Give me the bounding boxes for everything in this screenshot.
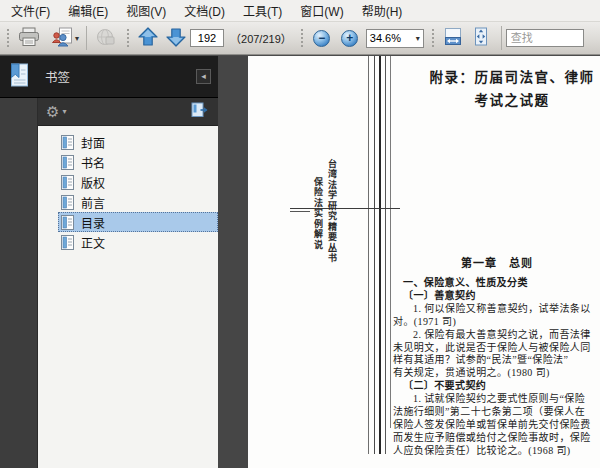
appendix-title: 附录：历届司法官、律师 考试之试题 [418, 66, 600, 112]
doc-text-line: 保险人签发保险单或暂保单前先交付保险费 [393, 419, 600, 432]
bookmarks-panel: 书签 ◂ ⚙ ▾ [0, 56, 218, 468]
bookmark-label: 封面 [81, 134, 105, 151]
goto-current-bookmark-button[interactable] [191, 102, 210, 122]
bookmark-item-preface[interactable]: 前言 [58, 192, 218, 212]
printer-icon [17, 27, 41, 50]
menu-tools[interactable]: 工具(T) [234, 0, 291, 22]
navigation-pane-strip[interactable] [0, 98, 38, 468]
print-button[interactable] [14, 25, 44, 51]
doc-text-line: 人应负保险责任）比较论之。(1968 司) [393, 445, 600, 458]
doc-text-line: 对。(1971 司) [393, 316, 600, 329]
doc-text-line: 一、保险意义、性质及分类 [393, 277, 600, 290]
toolbar-grip[interactable] [5, 27, 11, 49]
menu-file[interactable]: 文件(F) [2, 0, 59, 22]
page-count-label: （207/219） [230, 30, 292, 46]
registration-mark [290, 211, 310, 212]
zoom-level-value: 34.6% [370, 32, 401, 44]
bookmarks-panel-icon [7, 62, 31, 92]
menu-document[interactable]: 文档(D) [175, 0, 234, 22]
bookmark-item-toc[interactable]: 目录 [58, 212, 218, 232]
collaborate-button[interactable]: ▾ [48, 25, 82, 51]
bookmark-label: 前言 [81, 194, 105, 211]
bookmark-item-main-text[interactable]: 正文 [58, 232, 218, 252]
menu-window[interactable]: 窗口(W) [291, 0, 352, 22]
collaborate-icon [51, 27, 73, 50]
toolbar-grip[interactable] [430, 27, 436, 49]
document-page: 附录：历届司法官、律师 考试之试题 台湾法学研究精要丛书 保险法实例解说 第一章… [248, 56, 600, 468]
registration-mark [290, 208, 400, 209]
doc-text-line: 1. 试就保险契约之要式性原则与“保险 [393, 393, 600, 406]
bookmarks-panel-body: ⚙ ▾ [0, 98, 218, 468]
arrow-down-icon [165, 26, 187, 51]
fit-page-button[interactable] [467, 25, 495, 51]
doc-text-line: 样有其适用？试参酌“民法”暨“保险法” [393, 354, 600, 367]
appendix-title-line1: 附录：历届司法官、律师 [418, 66, 600, 89]
fit-width-icon [443, 27, 463, 49]
arrow-up-icon [137, 26, 159, 51]
doc-text-line: 〔一〕善意契约 [393, 290, 600, 303]
spine-book-title: 保险法实例解说 [312, 177, 325, 251]
bookmark-label: 版权 [81, 174, 105, 191]
page-number-input[interactable] [190, 29, 224, 47]
share-review-button [91, 25, 119, 51]
bookmark-label: 正文 [81, 234, 105, 251]
bookmark-list: 封面书名版权前言目录正文 [38, 126, 218, 468]
fit-width-button[interactable] [439, 25, 467, 51]
zoom-level-select[interactable]: 34.6% ▾ [366, 29, 424, 48]
search-input[interactable] [506, 29, 584, 47]
doc-text-line: 〔二〕不要式契约 [393, 380, 600, 393]
pdf-reader-window: 文件(F)编辑(E)视图(V)文档(D)工具(T)窗口(W)帮助(H) [0, 0, 600, 468]
bookmark-page-icon [61, 215, 74, 230]
page-fold-line [368, 56, 369, 454]
next-page-button[interactable] [162, 25, 190, 51]
spine-series-title: 台湾法学研究精要丛书 [326, 159, 339, 264]
bookmark-label: 书名 [81, 154, 105, 171]
page-fold-line [385, 56, 386, 454]
zoom-out-icon: − [313, 30, 330, 47]
globe-icon [94, 27, 116, 50]
page-fold-line [374, 56, 375, 454]
caret-down-icon: ▾ [62, 107, 66, 116]
bookmarks-pane: ⚙ ▾ [38, 98, 218, 468]
bookmark-item-cover[interactable]: 封面 [58, 132, 218, 152]
bookmark-label: 目录 [81, 214, 105, 231]
doc-body-text: 一、保险意义、性质及分类〔一〕善意契约1. 何以保险又称善意契约，试举法条以对。… [393, 277, 600, 458]
document-view[interactable]: 附录：历届司法官、律师 考试之试题 台湾法学研究精要丛书 保险法实例解说 第一章… [218, 56, 600, 468]
page-fold-line [390, 56, 391, 428]
menu-edit[interactable]: 编辑(E) [59, 0, 117, 22]
bookmark-page-icon [61, 195, 74, 210]
bookmark-item-copyright[interactable]: 版权 [58, 172, 218, 192]
toolbar-separator [86, 26, 87, 50]
fit-page-icon [471, 27, 491, 49]
collapse-panel-button[interactable]: ◂ [196, 69, 211, 84]
toolbar-grip[interactable] [125, 27, 131, 49]
doc-text-line: 1. 何以保险又称善意契约，试举法条以 [393, 303, 600, 316]
bookmarks-panel-title: 书签 [45, 67, 196, 86]
chapter-heading: 第一章 总则 [393, 254, 600, 270]
menu-view[interactable]: 视图(V) [117, 0, 175, 22]
options-button[interactable]: ⚙ ▾ [46, 104, 66, 119]
menu-help[interactable]: 帮助(H) [353, 0, 412, 22]
menu-bar: 文件(F)编辑(E)视图(V)文档(D)工具(T)窗口(W)帮助(H) [0, 0, 600, 22]
zoom-out-button[interactable]: − [308, 25, 336, 51]
toolbar-separator [501, 26, 502, 50]
bookmark-page-icon [61, 235, 74, 250]
doc-text-line: 2. 保险有最大善意契约之说，而吾法律 [393, 329, 600, 342]
caret-down-icon: ▾ [416, 34, 420, 43]
doc-text-line: 而发生应予赔偿或给付之保险事故时，保险 [393, 432, 600, 445]
previous-page-button[interactable] [134, 25, 162, 51]
zoom-in-button[interactable]: + [336, 25, 364, 51]
doc-text-line: 未见明文，此说是否于保险人与被保险人同 [393, 342, 600, 355]
toolbar-grip[interactable] [299, 27, 305, 49]
appendix-title-line2: 考试之试题 [418, 89, 600, 112]
bookmarks-panel-header: 书签 ◂ [0, 56, 218, 98]
bookmark-page-icon [61, 175, 74, 190]
zoom-in-icon: + [341, 30, 358, 47]
doc-text-line: 有关规定，贯通说明之。(1980 司) [393, 367, 600, 380]
bookmark-item-book-name[interactable]: 书名 [58, 152, 218, 172]
bookmark-page-icon [61, 135, 74, 150]
caret-down-icon: ▾ [75, 34, 79, 43]
gear-icon: ⚙ [46, 104, 59, 119]
content-area: 书签 ◂ ⚙ ▾ [0, 55, 600, 468]
bookmark-page-icon [61, 155, 74, 170]
